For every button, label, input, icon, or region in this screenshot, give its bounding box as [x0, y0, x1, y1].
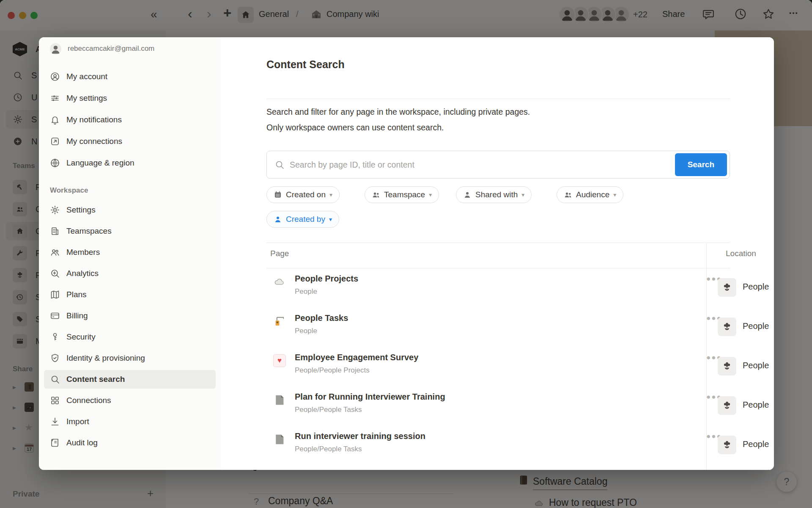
table-row[interactable]: People Projects People ●●● People Share [266, 268, 774, 307]
table-row[interactable]: Plan for Running Interviewer Training Pe… [266, 386, 774, 425]
chevron-down-icon: ▾ [329, 191, 332, 198]
settings-nav-panel: rebeccamcakir@gmail.com My account My se… [39, 37, 221, 470]
teamspace-flower-icon [718, 318, 736, 336]
heart-letter-page-icon: ♥ [273, 354, 286, 367]
chevron-down-icon: ▾ [329, 216, 332, 223]
workspace-section-header: Workspace [50, 186, 88, 195]
filter-created-on[interactable]: Created on▾ [266, 186, 340, 203]
divider [266, 99, 730, 99]
nav-item-my-settings[interactable]: My settings [44, 89, 216, 108]
table-top-border [266, 243, 730, 243]
nav-item-members[interactable]: Members [44, 243, 216, 262]
settings-modal: rebeccamcakir@gmail.com My account My se… [39, 37, 774, 470]
chevron-down-icon: ▾ [613, 191, 616, 198]
filter-audience[interactable]: Audience▾ [557, 186, 623, 203]
search-input[interactable] [290, 160, 675, 170]
filter-shared-with[interactable]: Shared with▾ [456, 186, 532, 203]
filter-created-by[interactable]: Created by▾ [266, 211, 339, 228]
nav-item-my-connections[interactable]: My connections [44, 132, 216, 151]
person-icon [463, 190, 472, 199]
nav-item-my-notifications[interactable]: My notifications [44, 110, 216, 129]
person-icon [274, 215, 282, 224]
user-avatar [50, 43, 61, 55]
nav-item-plans[interactable]: Plans [44, 285, 216, 304]
table-row[interactable]: Run interviewer training session People/… [266, 425, 774, 465]
default-page-icon [273, 433, 286, 446]
nav-item-teamspaces[interactable]: Teamspaces [44, 222, 216, 240]
nav-item-identity-provisioning[interactable]: Identity & provisioning [44, 349, 216, 367]
nav-item-my-account[interactable]: My account [44, 67, 216, 86]
screen: « ‹ › + General / Company wiki +22 Share… [0, 0, 812, 508]
nav-item-connections[interactable]: Connections [44, 391, 216, 410]
teamspace-flower-icon [718, 357, 736, 375]
account-email: rebeccamcakir@gmail.com [68, 44, 154, 53]
account-email-row: rebeccamcakir@gmail.com [44, 40, 216, 58]
nav-item-content-search[interactable]: Content search [44, 370, 216, 389]
teamspace-flower-icon [718, 396, 736, 415]
page-description: Search and filter for any page in the wo… [266, 104, 639, 135]
nav-item-billing[interactable]: Billing [44, 306, 216, 325]
calendar-icon [274, 190, 282, 199]
nav-item-import[interactable]: Import [44, 412, 216, 431]
search-button[interactable]: Search [675, 153, 727, 176]
table-row[interactable]: People Tasks People ●●● People Share [266, 307, 774, 347]
chevron-down-icon: ▾ [521, 191, 524, 198]
page-title: Content Search [266, 58, 345, 71]
app-window: « ‹ › + General / Company wiki +22 Share… [0, 0, 812, 508]
cloud-page-icon [273, 276, 286, 288]
filter-teamspace[interactable]: Teamspace▾ [365, 186, 439, 203]
teamspace-flower-icon [718, 278, 736, 297]
default-page-icon [273, 394, 286, 406]
teamspace-flower-icon [718, 436, 736, 454]
nav-item-security[interactable]: Security [44, 328, 216, 346]
table-row[interactable]: ♥ Employee Engagement Survey People/Peop… [266, 347, 774, 386]
search-bar[interactable]: Search [266, 151, 730, 179]
people-icon [372, 190, 380, 199]
people-icon [564, 190, 572, 199]
column-header-page[interactable]: Page [270, 249, 289, 258]
nav-item-language-region[interactable]: Language & region [44, 154, 216, 172]
content-search-panel: Content Search Search and filter for any… [221, 37, 774, 470]
chevron-down-icon: ▾ [429, 191, 432, 198]
nav-item-settings[interactable]: Settings [44, 201, 216, 219]
construction-page-icon [273, 315, 286, 328]
column-header-location[interactable]: Location [726, 249, 756, 258]
nav-item-analytics[interactable]: Analytics [44, 264, 216, 283]
nav-item-audit-log[interactable]: Audit log [44, 433, 216, 452]
